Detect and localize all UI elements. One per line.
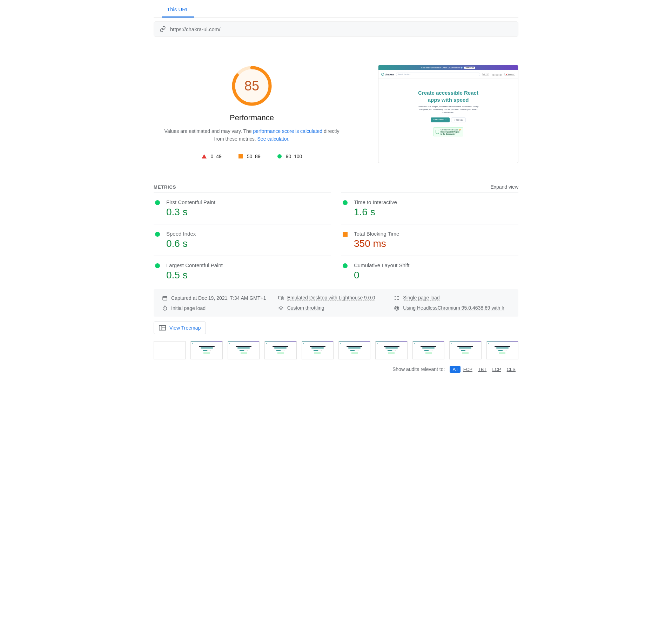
metric-row: Total Blocking Time350 ms [341, 224, 518, 256]
filmstrip [154, 341, 518, 359]
env-emulated[interactable]: Emulated Desktop with Lighthouse 9.0.0 [287, 295, 375, 301]
url-text: https://chakra-ui.com/ [170, 26, 220, 32]
filter-label: Show audits relevant to: [392, 366, 445, 372]
metric-value: 350 ms [354, 238, 399, 249]
svg-point-5 [395, 296, 396, 297]
metric-label: Time to Interactive [354, 199, 397, 205]
tab-this-url[interactable]: This URL [162, 4, 194, 18]
page-preview: Build faster with Premium Chakra UI Comp… [378, 65, 518, 163]
filmstrip-thumb[interactable] [154, 341, 186, 359]
metric-value: 0.3 s [166, 207, 215, 218]
triangle-icon [202, 154, 207, 158]
stopwatch-icon [162, 305, 168, 311]
score-value: 85 [231, 65, 273, 107]
metric-value: 0 [354, 270, 409, 281]
filter-chip-cls[interactable]: CLS [504, 366, 518, 373]
treemap-icon [159, 325, 166, 331]
preview-search: Search the docs [396, 73, 480, 76]
square-icon [238, 154, 243, 158]
metric-label: Largest Contentful Paint [166, 262, 223, 268]
environment-info: Captured at Dec 19, 2021, 7:34 AM GMT+1 … [154, 289, 518, 317]
svg-point-7 [395, 299, 396, 300]
filmstrip-thumb[interactable] [302, 341, 334, 359]
filmstrip-thumb[interactable] [375, 341, 407, 359]
svg-point-8 [398, 299, 399, 300]
calendar-icon [162, 295, 168, 301]
filmstrip-thumb[interactable] [338, 341, 370, 359]
filter-chip-fcp[interactable]: FCP [461, 366, 475, 373]
metric-row: Cumulative Layout Shift0 [341, 256, 518, 287]
link-icon [160, 26, 166, 32]
status-icon [343, 263, 348, 268]
samples-icon [394, 295, 399, 301]
env-single[interactable]: Single page load [403, 295, 439, 301]
filmstrip-thumb[interactable] [412, 341, 444, 359]
link-see-calculator[interactable]: See calculator. [257, 136, 290, 142]
view-treemap-button[interactable]: View Treemap [154, 322, 206, 334]
score-description: Values are estimated and may vary. The p… [154, 127, 350, 143]
metric-row: Time to Interactive1.6 s [341, 192, 518, 224]
metric-label: Cumulative Layout Shift [354, 262, 409, 268]
status-icon [155, 232, 160, 237]
preview-logo: chakra [381, 73, 394, 76]
filter-chip-tbt[interactable]: TBT [475, 366, 490, 373]
devices-icon [278, 295, 284, 301]
metric-value: 0.6 s [166, 238, 196, 249]
svg-point-10 [395, 306, 399, 310]
env-throttling[interactable]: Custom throttling [287, 305, 324, 311]
chrome-icon [394, 305, 399, 311]
filmstrip-thumb[interactable] [228, 341, 260, 359]
performance-gauge: 85 [231, 65, 273, 107]
filmstrip-thumb[interactable] [264, 341, 296, 359]
svg-point-6 [398, 296, 399, 297]
env-initial: Initial page load [171, 305, 206, 311]
link-performance-score[interactable]: performance score is calculated [253, 128, 323, 134]
score-column: 85 Performance Values are estimated and … [154, 65, 350, 163]
env-captured: Captured at Dec 19, 2021, 7:34 AM GMT+1 [171, 295, 266, 301]
filmstrip-thumb[interactable] [486, 341, 518, 359]
metric-row: Largest Contentful Paint0.5 s [154, 256, 331, 287]
svg-rect-2 [163, 296, 167, 300]
network-icon [278, 305, 284, 311]
status-icon [155, 200, 160, 205]
env-browser[interactable]: Using HeadlessChromium 95.0.4638.69 with… [403, 305, 504, 311]
metric-row: First Contentful Paint0.3 s [154, 192, 331, 224]
url-bar: https://chakra-ui.com/ [154, 21, 518, 37]
status-icon [343, 232, 348, 237]
expand-view-link[interactable]: Expand view [491, 184, 518, 190]
score-legend: 0–49 50–89 90–100 [154, 154, 350, 159]
metric-value: 0.5 s [166, 270, 223, 281]
metric-value: 1.6 s [354, 207, 397, 218]
filmstrip-thumb[interactable] [449, 341, 481, 359]
filter-chip-lcp[interactable]: LCP [489, 366, 504, 373]
status-icon [155, 263, 160, 268]
filmstrip-thumb[interactable] [190, 341, 222, 359]
metric-label: Speed Index [166, 231, 196, 237]
metric-row: Speed Index0.6 s [154, 224, 331, 256]
audit-filter: Show audits relevant to: AllFCPTBTLCPCLS [154, 366, 518, 379]
circle-icon [277, 154, 282, 158]
metrics-heading: METRICS [154, 184, 176, 190]
filter-chip-all[interactable]: All [450, 366, 460, 373]
metric-label: First Contentful Paint [166, 199, 215, 205]
tabs: This URL [154, 0, 518, 18]
metrics-grid: First Contentful Paint0.3 sTime to Inter… [154, 192, 518, 287]
metric-label: Total Blocking Time [354, 231, 399, 237]
score-title: Performance [154, 113, 350, 122]
status-icon [343, 200, 348, 205]
